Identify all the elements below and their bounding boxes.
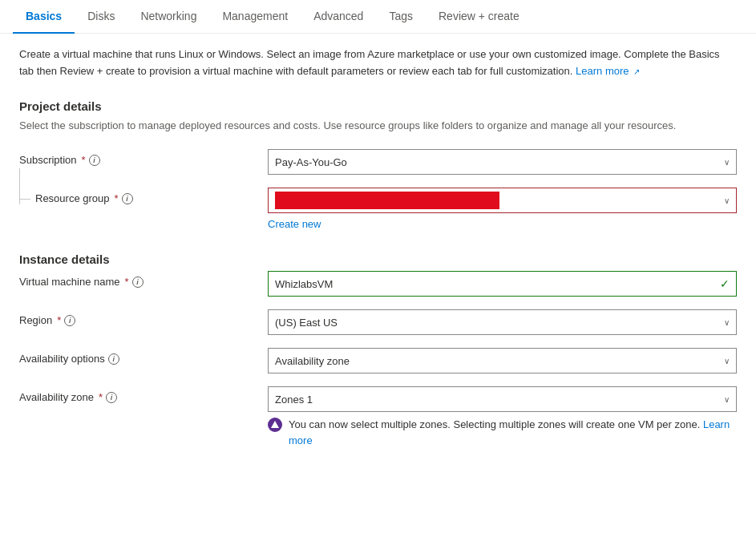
- multi-zone-notice-icon: [268, 418, 282, 432]
- create-new-link[interactable]: Create new: [268, 218, 321, 230]
- multi-zone-notice-text: You can now select multiple zones. Selec…: [289, 417, 737, 448]
- subscription-label-col: Subscription * i: [19, 149, 268, 166]
- resource-group-row: Resource group * i ∨ Create new: [19, 188, 737, 230]
- external-link-icon: ↗: [633, 67, 640, 76]
- project-details-title: Project details: [19, 99, 737, 113]
- availability-options-control: Availability zone ∨: [268, 348, 737, 373]
- subscription-info-icon[interactable]: i: [89, 155, 100, 166]
- availability-zone-dropdown[interactable]: Zones 1 ∨: [268, 386, 737, 412]
- availability-options-chevron-icon: ∨: [724, 357, 730, 365]
- multi-zone-notice: You can now select multiple zones. Selec…: [268, 417, 737, 448]
- subscription-control: Pay-As-You-Go ∨: [268, 149, 737, 175]
- page-description: Create a virtual machine that runs Linux…: [19, 46, 737, 80]
- resource-group-label: Resource group: [35, 192, 110, 204]
- tab-navigation: Basics Disks Networking Management Advan…: [0, 0, 756, 34]
- availability-options-label-col: Availability options i: [19, 348, 268, 365]
- vm-name-required: *: [125, 276, 129, 288]
- instance-details-title: Instance details: [19, 252, 737, 266]
- availability-zone-value: Zones 1: [275, 394, 313, 406]
- tab-basics[interactable]: Basics: [13, 0, 75, 34]
- resource-group-label-col: Resource group * i: [19, 188, 268, 204]
- availability-zone-control: Zones 1 ∨ You can now select multiple zo…: [268, 386, 737, 448]
- availability-options-row: Availability options i Availability zone…: [19, 348, 737, 373]
- tab-advanced[interactable]: Advanced: [301, 0, 376, 34]
- region-chevron-icon: ∨: [724, 318, 730, 327]
- region-control: (US) East US ∨: [268, 309, 737, 335]
- tab-disks[interactable]: Disks: [75, 0, 127, 34]
- vm-name-label-col: Virtual machine name * i: [19, 271, 268, 288]
- subscription-label: Subscription: [19, 154, 77, 166]
- vm-name-info-icon[interactable]: i: [132, 277, 144, 288]
- resource-group-chevron-icon: ∨: [724, 196, 730, 205]
- resource-group-dropdown[interactable]: ∨: [268, 188, 737, 213]
- availability-options-value: Availability zone: [275, 355, 350, 367]
- availability-zone-required: *: [99, 391, 103, 403]
- region-dropdown[interactable]: (US) East US ∨: [268, 309, 737, 335]
- subscription-chevron-icon: ∨: [724, 158, 730, 167]
- svg-marker-0: [271, 421, 279, 428]
- vm-name-value: WhizlabsVM: [275, 278, 333, 290]
- region-info-icon[interactable]: i: [64, 315, 75, 326]
- subscription-dropdown[interactable]: Pay-As-You-Go ∨: [268, 149, 737, 175]
- tab-management[interactable]: Management: [209, 0, 301, 34]
- learn-more-link[interactable]: Learn more ↗: [576, 65, 640, 77]
- subscription-row: Subscription * i Pay-As-You-Go ∨: [19, 149, 737, 175]
- tab-tags[interactable]: Tags: [376, 0, 426, 34]
- vm-name-label: Virtual machine name: [19, 276, 120, 288]
- availability-options-label: Availability options: [19, 353, 105, 365]
- tab-review-create[interactable]: Review + create: [426, 0, 532, 34]
- vm-name-input[interactable]: WhizlabsVM ✓: [268, 271, 737, 297]
- region-value: (US) East US: [275, 317, 338, 329]
- project-details-description: Select the subscription to manage deploy…: [19, 118, 737, 134]
- vm-name-control: WhizlabsVM ✓: [268, 271, 737, 297]
- region-required: *: [57, 314, 61, 326]
- resource-group-red-fill: [275, 192, 499, 209]
- availability-zone-label-col: Availability zone * i: [19, 386, 268, 403]
- tab-networking[interactable]: Networking: [127, 0, 209, 34]
- availability-zone-label: Availability zone: [19, 391, 94, 403]
- availability-zone-row: Availability zone * i Zones 1 ∨: [19, 386, 737, 448]
- availability-zone-chevron-icon: ∨: [724, 395, 730, 404]
- availability-options-info-icon[interactable]: i: [108, 353, 119, 365]
- project-details-section: Project details Select the subscription …: [19, 99, 737, 231]
- vm-name-valid-icon: ✓: [720, 277, 730, 290]
- instance-details-section: Instance details Virtual machine name * …: [19, 252, 737, 448]
- region-row: Region * i (US) East US ∨: [19, 309, 737, 335]
- subscription-value: Pay-As-You-Go: [275, 156, 347, 168]
- resource-group-required: *: [115, 192, 119, 204]
- region-label: Region: [19, 314, 52, 326]
- availability-zone-info-icon[interactable]: i: [106, 392, 117, 403]
- region-label-col: Region * i: [19, 309, 268, 326]
- resource-group-control: ∨ Create new: [268, 188, 737, 230]
- vm-name-row: Virtual machine name * i WhizlabsVM ✓: [19, 271, 737, 297]
- subscription-required: *: [82, 154, 86, 166]
- availability-options-dropdown[interactable]: Availability zone ∨: [268, 348, 737, 373]
- resource-group-info-icon[interactable]: i: [122, 193, 133, 204]
